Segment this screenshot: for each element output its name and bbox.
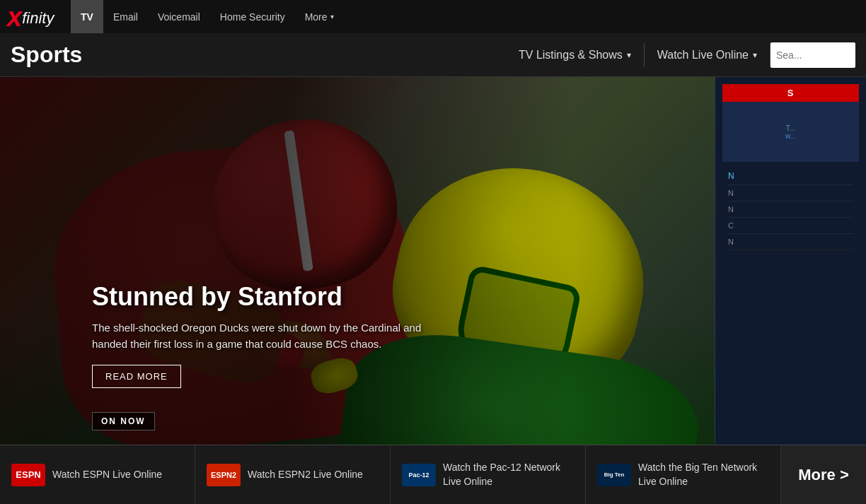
- strip-more-button[interactable]: More >: [781, 445, 866, 504]
- nav-home-security[interactable]: Home Security: [210, 0, 295, 33]
- nav-tv[interactable]: TV: [71, 0, 103, 33]
- hero-title: Stunned by Stanford: [92, 282, 446, 312]
- hero-description: The shell-shocked Oregon Ducks were shut…: [92, 320, 446, 352]
- nav-email[interactable]: Email: [103, 0, 148, 33]
- watch-dropdown-arrow: ▾: [753, 50, 757, 60]
- side-story-2[interactable]: N: [728, 185, 853, 201]
- pac12-logo: Pac-12: [402, 464, 436, 486]
- tv-listings-shows-button[interactable]: TV Listings & Shows ▾: [506, 43, 645, 67]
- watch-live-online-button[interactable]: Watch Live Online ▾: [645, 43, 770, 67]
- search-input[interactable]: [776, 49, 850, 61]
- strip-pac12-text: Watch the Pac-12 Network Live Online: [443, 461, 574, 488]
- logo-x: x: [7, 4, 22, 30]
- espn-logo: ESPN: [11, 464, 45, 486]
- strip-bigten-text: Watch the Big Ten Network Live Online: [638, 461, 769, 488]
- side-panel-stories: N N N C N: [722, 162, 859, 256]
- side-panel-image: T...w...: [722, 102, 859, 162]
- logo-finity: finity: [22, 9, 54, 28]
- page-title: Sports: [11, 42, 506, 68]
- nav-more[interactable]: More ▾: [295, 0, 344, 33]
- sports-header-bar: Sports TV Listings & Shows ▾ Watch Live …: [0, 33, 866, 77]
- read-more-button[interactable]: READ MORE: [92, 365, 181, 388]
- strip-espn[interactable]: ESPN Watch ESPN Live Online: [0, 445, 195, 504]
- side-story-1[interactable]: N: [728, 168, 853, 185]
- bigten-logo: Big Ten: [597, 464, 631, 486]
- side-story-5[interactable]: N: [728, 234, 853, 250]
- side-story-3[interactable]: N: [728, 201, 853, 218]
- strip-pac12[interactable]: Pac-12 Watch the Pac-12 Network Live Onl…: [391, 445, 586, 504]
- hero-gradient-overlay: [0, 77, 715, 445]
- hero-content: Stunned by Stanford The shell-shocked Or…: [92, 282, 446, 388]
- strip-espn2-text: Watch ESPN2 Live Online: [248, 468, 363, 482]
- nav-voicemail[interactable]: Voicemail: [148, 0, 210, 33]
- strip-espn2[interactable]: ESPN2 Watch ESPN2 Live Online: [195, 445, 391, 504]
- hero-section: Stunned by Stanford The shell-shocked Or…: [0, 77, 715, 445]
- strip-espn-text: Watch ESPN Live Online: [52, 468, 162, 482]
- side-story-4[interactable]: C: [728, 218, 853, 234]
- search-box[interactable]: [770, 42, 855, 68]
- main-content-area: Stunned by Stanford The shell-shocked Or…: [0, 77, 866, 445]
- on-now-badge: ON NOW: [92, 412, 155, 430]
- espn2-logo: ESPN2: [207, 464, 241, 486]
- more-dropdown-arrow: ▾: [330, 13, 334, 20]
- xfinity-logo[interactable]: x finity: [7, 6, 57, 28]
- strip-bigten[interactable]: Big Ten Watch the Big Ten Network Live O…: [586, 445, 781, 504]
- top-navigation: x finity TV Email Voicemail Home Securit…: [0, 0, 866, 33]
- side-panel: S T...w... N N N C N: [715, 77, 866, 445]
- listings-dropdown-arrow: ▾: [627, 50, 631, 60]
- side-panel-top-bar: S: [722, 84, 859, 102]
- bottom-channel-strip: ESPN Watch ESPN Live Online ESPN2 Watch …: [0, 445, 866, 504]
